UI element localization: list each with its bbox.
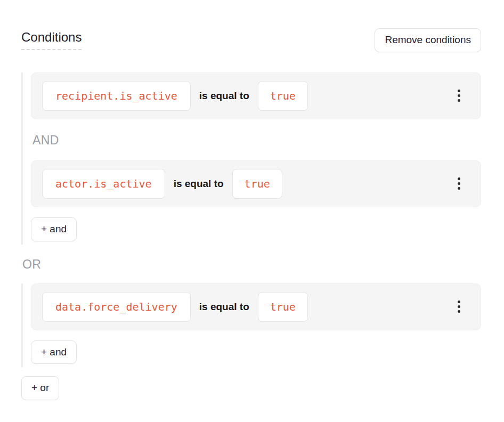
- kebab-dot: [458, 99, 460, 102]
- field-chip[interactable]: actor.is_active: [42, 169, 165, 199]
- add-and-button[interactable]: + and: [31, 217, 77, 241]
- kebab-dot: [458, 90, 460, 92]
- remove-conditions-button[interactable]: Remove conditions: [375, 28, 481, 52]
- condition-menu-button[interactable]: [454, 174, 464, 193]
- kebab-dot: [458, 305, 460, 308]
- value-chip[interactable]: true: [258, 292, 308, 322]
- operator-label: is equal to: [199, 301, 249, 313]
- kebab-dot: [458, 187, 460, 190]
- condition-row: data.force_delivery is equal to true: [31, 283, 481, 330]
- kebab-icon: [458, 301, 460, 313]
- operator-label: is equal to: [174, 178, 224, 190]
- condition-row: actor.is_active is equal to true: [31, 160, 481, 207]
- field-chip[interactable]: recipient.is_active: [42, 81, 191, 111]
- condition-group-1: recipient.is_active is equal to true AND…: [21, 72, 481, 245]
- conditions-editor: Conditions Remove conditions recipient.i…: [0, 0, 504, 421]
- condition-group-2: data.force_delivery is equal to true + a…: [21, 283, 481, 368]
- kebab-icon: [458, 90, 460, 102]
- add-and-button[interactable]: + and: [31, 340, 77, 364]
- value-chip[interactable]: true: [258, 81, 308, 111]
- condition-menu-button[interactable]: [454, 297, 464, 316]
- conditions-header: Conditions Remove conditions: [21, 28, 481, 52]
- condition-row: recipient.is_active is equal to true: [31, 72, 481, 119]
- kebab-icon: [458, 177, 460, 190]
- kebab-dot: [458, 182, 460, 185]
- page-title: Conditions: [21, 30, 82, 50]
- kebab-dot: [458, 310, 460, 313]
- field-chip[interactable]: data.force_delivery: [42, 292, 191, 322]
- kebab-dot: [458, 301, 460, 303]
- condition-menu-button[interactable]: [454, 86, 464, 105]
- value-chip[interactable]: true: [232, 169, 282, 199]
- kebab-dot: [458, 94, 460, 97]
- kebab-dot: [458, 177, 460, 180]
- operator-label: is equal to: [199, 90, 249, 102]
- and-joiner-label: AND: [32, 132, 481, 148]
- add-or-button[interactable]: + or: [21, 376, 59, 400]
- or-joiner-label: OR: [22, 256, 481, 272]
